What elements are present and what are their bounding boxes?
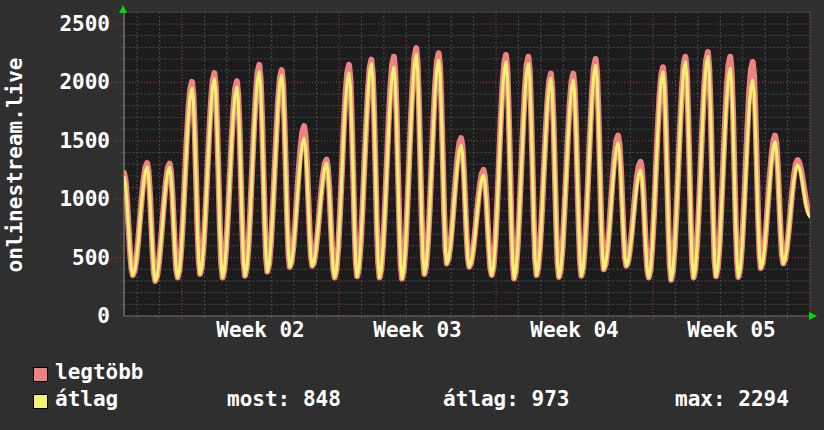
x-axis-label: Week 02 — [191, 319, 331, 341]
stat-most-value: 848 — [303, 387, 341, 411]
legend-label-avg: átlag — [55, 388, 118, 410]
y-axis-label: 2500 — [0, 13, 110, 35]
stat-most-label: most: — [227, 387, 290, 411]
stat-atlag: átlag: 973 — [443, 388, 569, 410]
y-axis-label: 0 — [0, 305, 110, 327]
right-arrow-icon — [809, 312, 817, 320]
stat-most: most: 848 — [227, 388, 341, 410]
x-axis-label: Week 04 — [505, 319, 645, 341]
up-arrow-icon — [119, 5, 127, 13]
stat-atlag-value: 973 — [532, 387, 570, 411]
y-axis-label: 1500 — [0, 130, 110, 152]
legend-swatch-avg — [33, 394, 48, 409]
x-axis-label: Week 05 — [662, 319, 802, 341]
stat-max-value: 2294 — [738, 387, 789, 411]
legend-swatch-max — [33, 367, 48, 382]
y-axis-label: 500 — [0, 247, 110, 269]
stat-max-label: max: — [675, 387, 726, 411]
y-axis-label: 1000 — [0, 188, 110, 210]
y-axis-label: 2000 — [0, 71, 110, 93]
x-axis-label: Week 03 — [348, 319, 488, 341]
stat-max: max: 2294 — [675, 388, 789, 410]
rrd-graph: onlinestream.live 05001000150020002500 W… — [0, 0, 824, 430]
stat-atlag-label: átlag: — [443, 387, 519, 411]
legend-label-max: legtöbb — [55, 361, 144, 383]
